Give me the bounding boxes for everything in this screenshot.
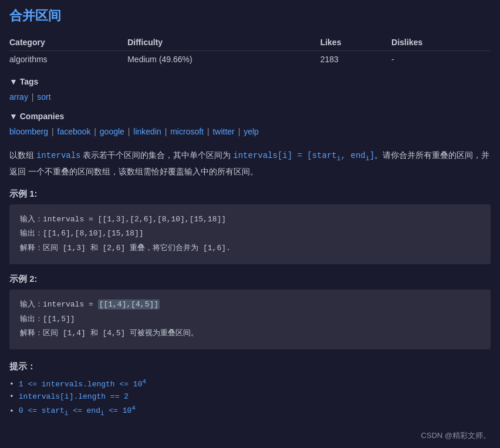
hint-item-2: intervals[i].length == 2 [9,392,491,401]
example2-input-highlight: [[1,4],[4,5]] [98,299,160,309]
desc-intervals-ref: intervals [36,151,81,160]
example1-title: 示例 1: [9,188,491,200]
tags-sep-1: | [32,92,36,102]
problem-description: 以数组 intervals 表示若干个区间的集合，其中单个区间为 interva… [9,149,491,178]
col-header-category: Category [9,34,127,51]
example2-explain-label: 解释： [20,329,43,338]
hint-item-1: 1 <= intervals.length <= 104 [9,378,491,389]
hint-text-1: 1 <= intervals.length <= 104 [19,378,146,389]
page-title: 合并区间 [9,7,491,25]
company-linkedin[interactable]: linkedin [133,127,161,136]
companies-header: ▼ Companies [9,112,491,121]
company-yelp[interactable]: yelp [244,127,259,136]
company-microsoft[interactable]: microsoft [170,127,204,136]
example1-explain: 解释：区间 [1,3] 和 [2,6] 重叠，将它们合并为 [1,6]. [20,241,480,256]
row-category: algorithms [9,51,127,68]
example2-explain: 解释：区间 [1,4] 和 [4,5] 可被视为重叠区间。 [20,326,480,341]
page-wrapper: 合并区间 Category Difficulty Likes Dislikes … [0,0,500,427]
company-facebook[interactable]: facebook [58,127,91,136]
tag-sort[interactable]: sort [37,92,50,102]
row-dislikes: - [391,51,491,68]
company-bloomberg[interactable]: bloomberg [9,127,48,136]
example2-explain-value: 区间 [1,4] 和 [4,5] 可被视为重叠区间。 [43,329,198,338]
footer-credit: CSDN @精彩文师。 [421,430,491,441]
companies-section: ▼ Companies bloomberg | facebook | googl… [9,112,491,139]
example1-input-value: intervals = [[1,3],[2,6],[8,10],[15,18]] [43,215,226,224]
example2-box: 输入：intervals = [[1,4],[4,5]] 输出：[[1,5]] … [9,289,491,349]
example2-title: 示例 2: [9,274,491,285]
example1-input: 输入：intervals = [[1,3],[2,6],[8,10],[15,1… [20,213,480,227]
example1-output-label: 输出： [20,229,43,238]
companies-list: bloomberg | facebook | google | linkedin… [9,124,491,139]
example1-input-label: 输入： [20,215,43,224]
tags-list: array | sort [9,90,491,105]
tags-header: ▼ Tags [9,77,491,86]
hints-title: 提示： [9,361,491,372]
col-header-likes: Likes [320,34,391,51]
row-likes: 2183 [320,51,391,68]
col-header-dislikes: Dislikes [391,34,491,51]
example2-input-prefix: intervals = [43,300,98,309]
hints-section: 提示： 1 <= intervals.length <= 104 interva… [9,361,491,417]
example1-box: 输入：intervals = [[1,3],[2,6],[8,10],[15,1… [9,204,491,264]
hints-list: 1 <= intervals.length <= 104 intervals[i… [9,378,491,417]
hint-item-3: 0 <= starti <= endi <= 104 [9,405,491,417]
example1-output: 输出：[[1,6],[8,10],[15,18]] [20,227,480,241]
hint-text-3: 0 <= starti <= endi <= 104 [19,405,136,417]
tags-section: ▼ Tags array | sort [9,77,491,105]
tag-array[interactable]: array [9,92,28,102]
example2-output: 输出：[[1,5]] [20,312,480,327]
example1-explain-value: 区间 [1,3] 和 [2,6] 重叠，将它们合并为 [1,6]. [43,244,231,252]
example2-input-label: 输入： [20,300,43,309]
company-twitter[interactable]: twitter [212,127,234,136]
company-google[interactable]: google [100,127,124,136]
example2-input: 输入：intervals = [[1,4],[4,5]] [20,298,480,312]
example1-explain-label: 解释： [20,244,43,252]
row-difficulty: Medium (49.66%) [127,51,320,68]
example2-output-label: 输出： [20,315,43,324]
hint-text-2: intervals[i].length == 2 [19,392,129,401]
example2-output-value: [[1,5]] [43,315,75,324]
desc-interval-def: intervals[i] = [starti, endi] [233,151,374,160]
example1-output-value: [[1,6],[8,10],[15,18]] [43,229,144,238]
col-header-difficulty: Difficulty [127,34,320,51]
meta-table: Category Difficulty Likes Dislikes algor… [9,34,491,68]
